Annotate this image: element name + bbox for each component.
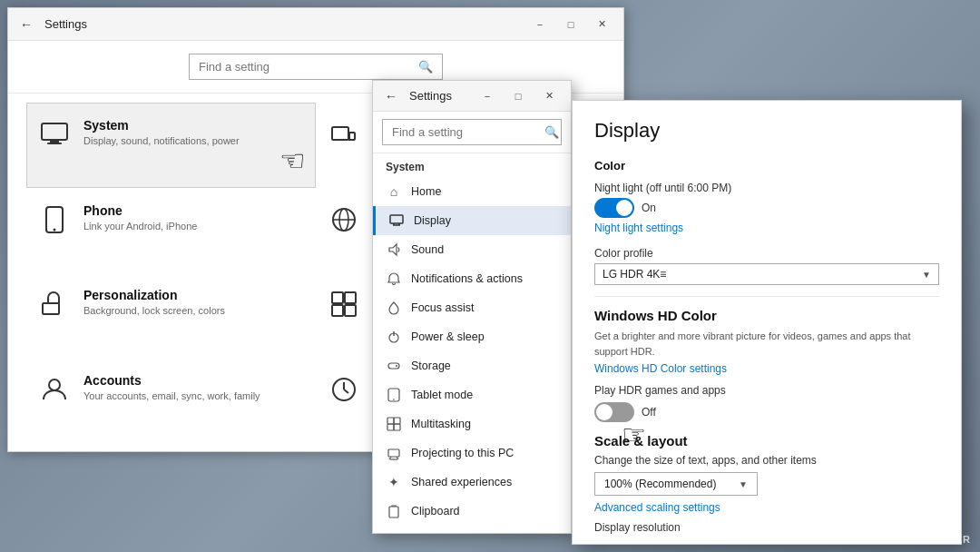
personalization-label: Personalization	[83, 288, 225, 302]
main-search-box[interactable]: 🔍	[189, 54, 443, 80]
main-search-icon: 🔍	[418, 60, 433, 74]
main-close-button[interactable]: ✕	[587, 14, 616, 35]
nav-item-storage[interactable]: Storage	[373, 351, 571, 380]
shared-nav-label: Shared experiences	[411, 476, 512, 488]
phone-icon	[38, 203, 71, 236]
system-nav: System ⌂ Home Display Sound	[373, 153, 571, 533]
nav-item-home[interactable]: ⌂ Home	[373, 177, 571, 206]
scale-title: Scale & layout	[594, 433, 939, 448]
shared-nav-icon: ✦	[386, 474, 402, 490]
multitasking-nav-icon	[386, 416, 402, 432]
play-hdr-toggle-label: Off	[642, 406, 656, 419]
night-light-toggle[interactable]	[594, 198, 634, 218]
svg-rect-10	[332, 292, 343, 303]
system-desc: Display, sound, notifications, power	[83, 134, 240, 148]
play-hdr-toggle[interactable]	[594, 402, 634, 422]
night-light-toggle-label: On	[642, 202, 656, 214]
home-nav-label: Home	[411, 185, 441, 198]
svg-rect-26	[387, 418, 394, 424]
night-light-toggle-row: On	[594, 198, 731, 218]
svg-point-14	[49, 380, 60, 390]
nav-item-focus[interactable]: Focus assist	[373, 293, 571, 322]
system-window-controls: − □ ✕	[473, 85, 564, 107]
display-content: Display Color Night light (off until 6:0…	[573, 101, 961, 544]
nav-item-clipboard[interactable]: Clipboard	[373, 497, 571, 526]
main-maximize-button[interactable]: □	[556, 14, 585, 35]
night-light-container: Night light (off until 6:00 PM) On Night…	[594, 182, 731, 242]
system-icon	[38, 118, 71, 151]
svg-rect-22	[388, 363, 399, 369]
svg-rect-13	[345, 305, 356, 316]
storage-nav-icon	[386, 358, 402, 374]
play-hdr-knob	[596, 404, 612, 420]
nav-item-power[interactable]: Power & sleep	[373, 322, 571, 351]
system-window-title: Settings	[409, 89, 473, 103]
display-nav-label: Display	[414, 214, 451, 227]
svg-line-17	[344, 389, 348, 393]
nav-item-remote[interactable]: Remote Desktop	[373, 526, 571, 533]
phone-desc: Link your Android, iPhone	[83, 220, 197, 233]
color-profile-value: LG HDR 4K≡	[603, 268, 666, 281]
color-profile-dropdown[interactable]: LG HDR 4K≡ ▼	[594, 263, 939, 285]
night-light-knob	[616, 200, 632, 216]
svg-rect-30	[388, 449, 399, 457]
display-settings-window: Display Color Night light (off until 6:0…	[572, 100, 962, 545]
clipboard-nav-icon	[386, 503, 402, 519]
svg-point-5	[54, 228, 56, 231]
svg-point-23	[396, 365, 397, 367]
scale-desc: Change the size of text, apps, and other…	[594, 454, 939, 467]
grid-item-system[interactable]: System Display, sound, notifications, po…	[26, 103, 316, 188]
system-close-button[interactable]: ✕	[534, 85, 564, 107]
nav-item-multitasking[interactable]: Multitasking	[373, 409, 571, 439]
phone-label: Phone	[83, 203, 197, 218]
svg-rect-29	[394, 424, 400, 430]
svg-rect-2	[47, 143, 62, 144]
focus-nav-icon	[386, 300, 402, 316]
accounts-text: Accounts Your accounts, email, sync, wor…	[83, 373, 260, 403]
main-back-button[interactable]: ←	[15, 14, 37, 35]
time-icon	[328, 373, 360, 406]
advanced-scaling-link[interactable]: Advanced scaling settings	[594, 501, 939, 514]
nav-item-projecting[interactable]: Projecting to this PC	[373, 439, 571, 468]
network-icon	[328, 203, 360, 236]
night-light-settings-link[interactable]: Night light settings	[594, 222, 731, 234]
personalization-text: Personalization Background, lock screen,…	[83, 288, 225, 318]
devices-icon	[328, 118, 360, 151]
grid-item-personalization[interactable]: Personalization Background, lock screen,…	[26, 272, 316, 358]
svg-rect-28	[387, 424, 394, 430]
sound-nav-icon	[386, 242, 402, 258]
system-search-input[interactable]	[392, 125, 544, 139]
svg-rect-9	[43, 303, 59, 314]
system-maximize-button[interactable]: □	[504, 85, 533, 107]
system-minimize-button[interactable]: −	[473, 85, 502, 107]
grid-item-accounts[interactable]: Accounts Your accounts, email, sync, wor…	[26, 358, 316, 443]
nav-item-shared[interactable]: ✦ Shared experiences	[373, 468, 571, 497]
system-titlebar: ← Settings − □ ✕	[373, 81, 571, 112]
tablet-nav-label: Tablet mode	[411, 389, 473, 401]
svg-rect-0	[42, 123, 67, 140]
system-back-button[interactable]: ←	[380, 85, 402, 107]
apps-icon	[328, 288, 360, 320]
remote-nav-icon	[386, 532, 402, 533]
system-text: System Display, sound, notifications, po…	[83, 118, 240, 148]
nav-item-notifications[interactable]: Notifications & actions	[373, 264, 571, 293]
hd-color-settings-link[interactable]: Windows HD Color settings	[594, 362, 939, 375]
main-minimize-button[interactable]: −	[525, 14, 554, 35]
scale-value: 100% (Recommended)	[604, 478, 716, 490]
grid-item-phone[interactable]: Phone Link your Android, iPhone	[26, 188, 316, 273]
system-search-box[interactable]: 🔍	[382, 119, 562, 145]
hd-color-title: Windows HD Color	[594, 308, 939, 323]
nav-item-display[interactable]: Display	[373, 206, 571, 235]
system-settings-window: ← Settings − □ ✕ 🔍 System ⌂ Home Displa	[372, 80, 572, 534]
power-nav-label: Power & sleep	[411, 330, 485, 343]
watermark: LICSTER	[922, 534, 971, 545]
night-light-label: Night light (off until 6:00 PM)	[594, 182, 731, 194]
nav-item-sound[interactable]: Sound	[373, 235, 571, 264]
play-hdr-label: Play HDR games and apps	[594, 384, 939, 397]
main-search-input[interactable]	[199, 60, 418, 74]
focus-nav-label: Focus assist	[411, 301, 474, 314]
system-search-bar: 🔍	[373, 112, 571, 153]
scale-dropdown[interactable]: 100% (Recommended) ▼	[594, 472, 758, 496]
sound-nav-label: Sound	[411, 243, 444, 256]
nav-item-tablet[interactable]: Tablet mode	[373, 380, 571, 409]
